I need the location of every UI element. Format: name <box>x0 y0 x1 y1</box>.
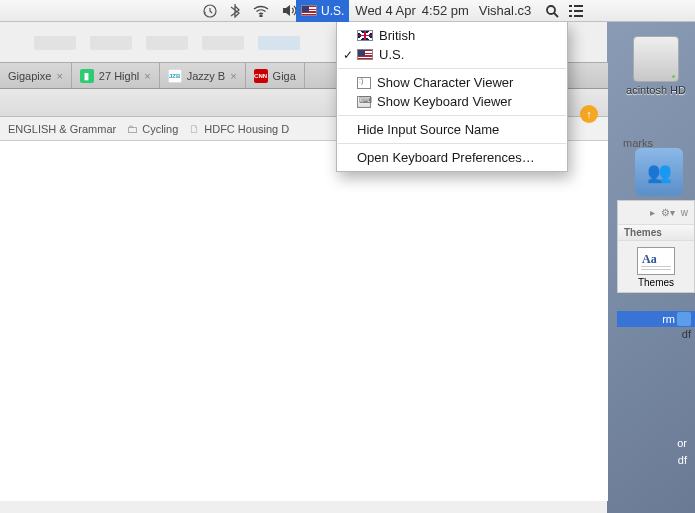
svg-rect-4 <box>574 5 583 7</box>
close-icon[interactable]: × <box>144 70 150 82</box>
bookmark-label: ENGLISH & Grammar <box>8 123 116 135</box>
bookmark-item[interactable]: 🗋 HDFC Housing D <box>189 123 289 135</box>
bookmark-label: HDFC Housing D <box>204 123 289 135</box>
svg-point-2 <box>547 6 555 14</box>
favicon-icon: ▮ <box>80 69 94 83</box>
svg-rect-3 <box>569 5 572 7</box>
arrow-icon[interactable]: ▸ <box>650 207 655 218</box>
hard-drive-icon[interactable] <box>633 36 679 82</box>
flag-us-icon <box>301 5 317 16</box>
background-windows <box>0 36 335 60</box>
side-panel: ▸ ⚙▾ w Themes Themes <box>617 200 695 293</box>
dropdown-item-hide-name[interactable]: Hide Input Source Name <box>337 120 567 139</box>
svg-rect-6 <box>574 10 583 12</box>
page-icon: 🗋 <box>189 123 200 135</box>
file-label[interactable]: df <box>677 452 687 469</box>
separator <box>338 115 566 116</box>
bookmark-label: Cycling <box>142 123 178 135</box>
input-source-label: U.S. <box>321 4 344 18</box>
bookmark-item[interactable]: ENGLISH & Grammar <box>8 123 116 135</box>
dropdown-label: British <box>379 28 415 43</box>
spotlight-icon[interactable] <box>545 4 559 18</box>
char-viewer-icon <box>357 77 371 89</box>
app-icon[interactable]: 👥 <box>635 148 683 196</box>
panel-toolbar: ▸ ⚙▾ w <box>618 201 694 225</box>
desktop-file-labels: or df <box>677 435 687 468</box>
menubar-user[interactable]: Vishal.c3 <box>479 3 532 18</box>
folder-icon: 🗀 <box>127 123 138 135</box>
tab-label: 27 Highl <box>99 70 139 82</box>
dropdown-label: Show Keyboard Viewer <box>377 94 512 109</box>
browser-tab[interactable]: Gigapixe × <box>0 63 72 88</box>
svg-rect-5 <box>569 10 572 12</box>
theme-button[interactable]: Themes <box>618 247 694 292</box>
tab-label: Giga <box>273 70 296 82</box>
dropdown-item-kbd-prefs[interactable]: Open Keyboard Preferences… <box>337 148 567 167</box>
close-icon[interactable]: × <box>230 70 236 82</box>
panel-header: Themes <box>618 225 694 241</box>
flag-uk-icon <box>357 30 373 41</box>
theme-label: Themes <box>618 277 694 292</box>
menubar-date[interactable]: Wed 4 Apr <box>355 3 415 18</box>
theme-thumbnail <box>637 247 675 275</box>
menubar-time[interactable]: 4:52 pm <box>422 3 469 18</box>
close-icon[interactable]: × <box>56 70 62 82</box>
file-label[interactable]: or <box>677 435 687 452</box>
bookmark-item[interactable]: 🗀 Cycling <box>127 123 178 135</box>
notification-center-icon[interactable] <box>569 5 583 17</box>
gear-icon[interactable]: ⚙▾ <box>661 207 675 218</box>
panel-w: w <box>681 207 688 218</box>
svg-point-1 <box>260 15 262 17</box>
dropdown-item-us[interactable]: U.S. <box>337 45 567 64</box>
dropdown-item-british[interactable]: British <box>337 26 567 45</box>
tab-label: Gigapixe <box>8 70 51 82</box>
input-source-dropdown: British U.S. Show Character Viewer Show … <box>336 22 568 172</box>
svg-rect-8 <box>574 15 583 17</box>
browser-tab[interactable]: ▮ 27 Highl × <box>72 63 160 88</box>
wifi-icon[interactable] <box>253 5 269 17</box>
separator <box>338 143 566 144</box>
file-row[interactable]: df <box>617 327 695 341</box>
dropdown-item-char-viewer[interactable]: Show Character Viewer <box>337 73 567 92</box>
menubar: U.S. Wed 4 Apr 4:52 pm Vishal.c3 <box>0 0 695 22</box>
separator <box>338 68 566 69</box>
file-ext: df <box>682 328 691 340</box>
dropdown-item-kbd-viewer[interactable]: Show Keyboard Viewer <box>337 92 567 111</box>
dropdown-label: Hide Input Source Name <box>357 122 499 137</box>
dropdown-label: Open Keyboard Preferences… <box>357 150 535 165</box>
favicon-icon: CNN <box>254 69 268 83</box>
dropdown-label: U.S. <box>379 47 404 62</box>
browser-content <box>0 141 608 501</box>
desktop-icons: acintosh HD <box>617 30 695 96</box>
tab-label: Jazzy B <box>187 70 226 82</box>
dropdown-label: Show Character Viewer <box>377 75 513 90</box>
input-source-menu[interactable]: U.S. <box>296 0 349 22</box>
browser-tab[interactable]: CNN Giga <box>246 63 305 88</box>
favicon-icon: JZB <box>168 69 182 83</box>
file-ext: rm <box>662 313 675 325</box>
file-row[interactable]: rm <box>617 311 695 327</box>
browser-tab[interactable]: JZB Jazzy B × <box>160 63 246 88</box>
time-machine-icon[interactable] <box>203 4 217 18</box>
file-icon <box>677 312 691 326</box>
file-list: rm df <box>617 311 695 341</box>
kbd-viewer-icon <box>357 96 371 108</box>
flag-us-icon <box>357 49 373 60</box>
hard-drive-label: acintosh HD <box>617 84 695 96</box>
update-badge-icon[interactable]: ↑ <box>580 105 598 123</box>
svg-rect-7 <box>569 15 572 17</box>
bluetooth-icon[interactable] <box>230 3 240 18</box>
